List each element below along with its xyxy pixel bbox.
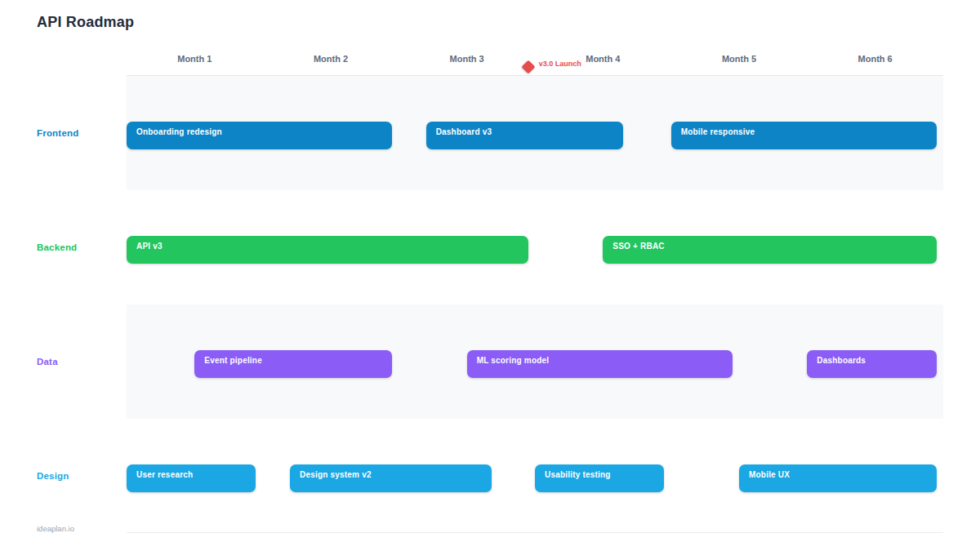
task-bar[interactable]: Mobile responsive (671, 122, 937, 149)
month-label: Month 1 (127, 54, 263, 65)
roadmap-page: API Roadmap Month 1Month 2Month 3Month 4… (0, 0, 980, 551)
task-bar[interactable]: Event pipeline (194, 350, 392, 378)
task-bar-label: Dashboard v3 (436, 127, 614, 136)
task-bar-label: Dashboards (817, 356, 926, 365)
month-label: Month 3 (399, 54, 535, 65)
month-label: Month 5 (671, 54, 808, 65)
row-label-backend: Backend (37, 242, 118, 252)
row-label-design: Design (37, 471, 118, 481)
milestone-label: v3.0 Launch (539, 60, 581, 68)
task-bar[interactable]: Design system v2 (290, 464, 492, 492)
task-bar[interactable]: Dashboard v3 (426, 122, 624, 149)
gantt-row-design: DesignUser researchDesign system v2Usabi… (127, 419, 943, 533)
task-bar-label: Event pipeline (204, 356, 382, 365)
task-bar-label: Onboarding redesign (136, 127, 382, 136)
task-bar[interactable]: SSO + RBAC (603, 236, 936, 264)
task-bar[interactable]: Onboarding redesign (127, 122, 392, 149)
gantt-row-data: DataEvent pipelineML scoring modelDashbo… (127, 304, 943, 419)
page-title: API Roadmap (37, 14, 134, 31)
task-bar[interactable]: API v3 (127, 236, 528, 264)
month-label: Month 6 (807, 54, 943, 65)
task-bar-label: User research (136, 470, 246, 479)
gantt-row-backend: BackendAPI v3SSO + RBAC (127, 190, 943, 304)
task-bar[interactable]: User research (127, 464, 256, 492)
task-bar[interactable]: Mobile UX (739, 464, 937, 492)
task-bar[interactable]: ML scoring model (467, 350, 733, 378)
gantt-row-frontend: FrontendOnboarding redesignDashboard v3M… (127, 76, 943, 190)
row-label-frontend: Frontend (37, 128, 118, 138)
footer-divider (127, 532, 943, 533)
task-bar-label: API v3 (136, 242, 519, 251)
task-bar-label: Mobile responsive (681, 127, 927, 136)
row-label-data: Data (37, 357, 118, 367)
task-bar-label: Usability testing (545, 470, 654, 479)
task-bar-label: Design system v2 (300, 470, 482, 479)
month-label: Month 2 (263, 54, 399, 65)
gantt-rows: FrontendOnboarding redesignDashboard v3M… (127, 76, 943, 533)
task-bar-label: SSO + RBAC (612, 242, 926, 251)
task-bar[interactable]: Dashboards (807, 350, 936, 378)
gantt-chart: Month 1Month 2Month 3Month 4Month 5Month… (127, 0, 943, 551)
brand-label: ideaplan.io (37, 524, 74, 533)
task-bar-label: ML scoring model (477, 356, 723, 365)
task-bar-label: Mobile UX (749, 470, 927, 479)
task-bar[interactable]: Usability testing (535, 464, 664, 492)
